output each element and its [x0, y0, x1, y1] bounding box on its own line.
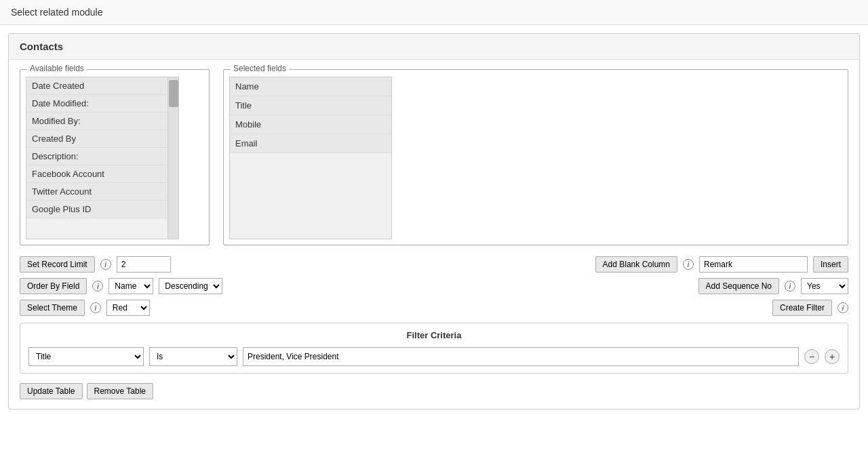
remark-input[interactable]	[699, 256, 808, 273]
add-blank-column-info-icon: i	[683, 259, 694, 270]
bottom-buttons: Update Table Remove Table	[20, 383, 848, 399]
scrollbar-thumb	[169, 80, 178, 107]
available-field-item[interactable]: Twitter Account	[26, 183, 167, 201]
create-filter-info-icon: i	[837, 302, 848, 313]
selected-fields-box: Selected fields NameTitleMobileEmail	[223, 69, 848, 245]
set-record-input[interactable]	[117, 256, 171, 273]
set-record-row: Set Record Limit i Add Blank Column i In…	[20, 256, 848, 273]
remove-filter-button[interactable]: −	[804, 349, 819, 364]
insert-button[interactable]: Insert	[813, 256, 848, 273]
set-record-limit-button[interactable]: Set Record Limit	[20, 256, 95, 273]
order-by-row: Order By Field i Name Title Mobile Email…	[20, 278, 848, 294]
selected-fields-list[interactable]: NameTitleMobileEmail	[229, 77, 392, 239]
panel-body: Available fields Date CreatedDate Modifi…	[9, 60, 859, 409]
selected-field-item[interactable]: Name	[230, 77, 391, 96]
filter-condition-select[interactable]: Is Is Not Contains Starts With	[149, 347, 237, 366]
select-theme-button[interactable]: Select Theme	[20, 300, 85, 316]
available-field-item[interactable]: Modified By:	[26, 113, 167, 130]
available-field-item[interactable]: Date Modified:	[26, 95, 167, 113]
page-header: Select related module	[0, 0, 868, 25]
controls-section: Set Record Limit i Add Blank Column i In…	[20, 256, 848, 316]
add-sequence-no-button[interactable]: Add Sequence No	[698, 278, 779, 294]
set-record-info-icon: i	[100, 259, 111, 270]
theme-select[interactable]: Red Blue Green	[106, 300, 150, 316]
select-theme-row: Select Theme i Red Blue Green Create Fil…	[20, 300, 848, 316]
available-field-item[interactable]: Date Created	[26, 77, 167, 95]
selected-field-item[interactable]: Title	[230, 96, 391, 115]
order-by-info-icon: i	[92, 281, 103, 292]
available-field-item[interactable]: Created By	[26, 130, 167, 148]
create-filter-button[interactable]: Create Filter	[772, 300, 832, 316]
filter-section: Filter Criteria Title Name Mobile Email …	[20, 323, 848, 374]
available-fields-list[interactable]: Date CreatedDate Modified:Modified By:Cr…	[26, 77, 168, 239]
available-field-item[interactable]: Description:	[26, 148, 167, 165]
available-fields-legend: Available fields	[27, 64, 87, 73]
available-field-item[interactable]: Facebook Account	[26, 165, 167, 183]
order-direction-select[interactable]: Ascending Descending	[159, 278, 222, 294]
filter-title: Filter Criteria	[28, 330, 840, 340]
selected-fields-legend: Selected fields	[231, 64, 289, 73]
remove-table-button[interactable]: Remove Table	[87, 383, 154, 399]
update-table-button[interactable]: Update Table	[20, 383, 83, 399]
main-panel: Contacts Available fields Date CreatedDa…	[8, 33, 860, 409]
available-fields-box: Available fields Date CreatedDate Modifi…	[20, 69, 210, 245]
available-field-item[interactable]: Google Plus ID	[26, 201, 167, 218]
panel-title: Contacts	[9, 34, 859, 60]
scrollbar[interactable]	[168, 77, 179, 239]
filter-field-select[interactable]: Title Name Mobile Email	[28, 347, 144, 366]
available-fields-wrapper: Date CreatedDate Modified:Modified By:Cr…	[26, 77, 203, 239]
selected-field-item[interactable]: Mobile	[230, 115, 391, 134]
selected-field-item[interactable]: Email	[230, 134, 391, 153]
filter-row: Title Name Mobile Email Is Is Not Contai…	[28, 347, 840, 366]
fields-row: Available fields Date CreatedDate Modifi…	[20, 69, 848, 245]
yes-select[interactable]: Yes No	[801, 278, 848, 294]
order-by-select[interactable]: Name Title Mobile Email	[108, 278, 153, 294]
add-filter-button[interactable]: +	[825, 349, 840, 364]
select-theme-info-icon: i	[90, 302, 101, 313]
order-by-field-button[interactable]: Order By Field	[20, 278, 87, 294]
add-blank-column-button[interactable]: Add Blank Column	[595, 256, 677, 273]
page-title: Select related module	[11, 7, 102, 18]
add-sequence-no-info-icon: i	[785, 281, 795, 292]
filter-value-input[interactable]	[243, 347, 799, 366]
